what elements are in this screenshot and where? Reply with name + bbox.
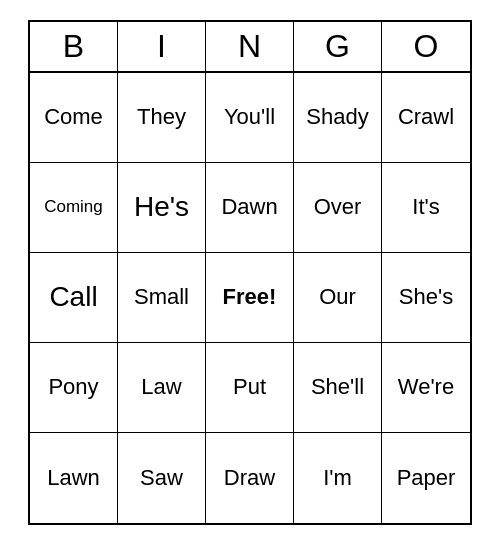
bingo-cell: Shady [294,73,382,163]
bingo-cell: Call [30,253,118,343]
bingo-header: BINGO [30,22,470,73]
bingo-cell: Free! [206,253,294,343]
bingo-card: BINGO ComeTheyYou'llShadyCrawlComingHe's… [28,20,472,525]
bingo-cell: Dawn [206,163,294,253]
bingo-cell: Paper [382,433,470,523]
bingo-cell: Coming [30,163,118,253]
bingo-cell: Pony [30,343,118,433]
header-letter: B [30,22,118,71]
bingo-cell: You'll [206,73,294,163]
header-letter: I [118,22,206,71]
bingo-cell: We're [382,343,470,433]
bingo-cell: Come [30,73,118,163]
header-letter: O [382,22,470,71]
bingo-cell: He's [118,163,206,253]
bingo-cell: She'll [294,343,382,433]
bingo-cell: Draw [206,433,294,523]
bingo-cell: Law [118,343,206,433]
bingo-cell: Over [294,163,382,253]
bingo-cell: Lawn [30,433,118,523]
bingo-cell: I'm [294,433,382,523]
header-letter: N [206,22,294,71]
bingo-cell: Our [294,253,382,343]
bingo-cell: She's [382,253,470,343]
bingo-grid: ComeTheyYou'llShadyCrawlComingHe'sDawnOv… [30,73,470,523]
bingo-cell: It's [382,163,470,253]
bingo-cell: Small [118,253,206,343]
bingo-cell: Crawl [382,73,470,163]
bingo-cell: Saw [118,433,206,523]
bingo-cell: Put [206,343,294,433]
bingo-cell: They [118,73,206,163]
header-letter: G [294,22,382,71]
